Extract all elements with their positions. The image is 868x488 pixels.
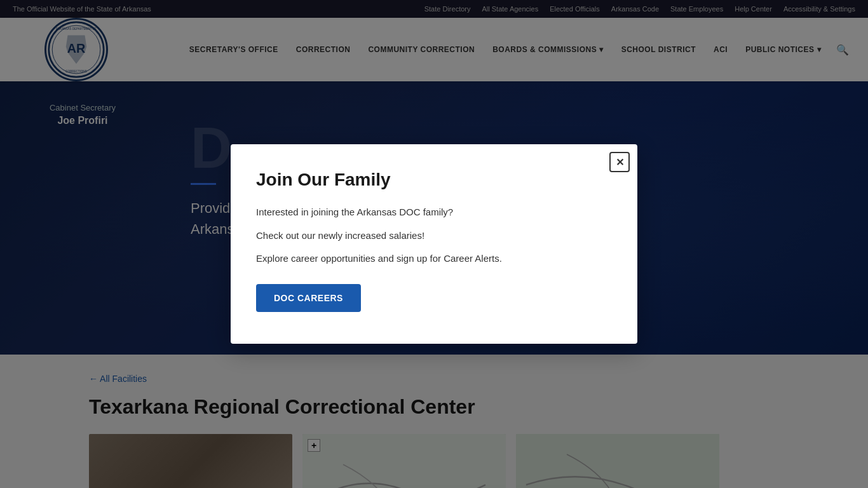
modal-close-button[interactable]: ✕ <box>609 152 630 172</box>
modal-paragraph-2: Check out our newly increased salaries! <box>256 229 612 243</box>
modal-body: Interested in joining the Arkansas DOC f… <box>256 205 612 312</box>
modal-title: Join Our Family <box>256 170 612 190</box>
modal-paragraph-3: Explore career opportunities and sign up… <box>256 252 612 266</box>
doc-careers-button[interactable]: DOC Careers <box>256 284 361 312</box>
modal-paragraph-1: Interested in joining the Arkansas DOC f… <box>256 205 612 220</box>
modal-overlay: ✕ Join Our Family Interested in joining … <box>0 0 868 488</box>
join-family-modal: ✕ Join Our Family Interested in joining … <box>231 144 637 344</box>
